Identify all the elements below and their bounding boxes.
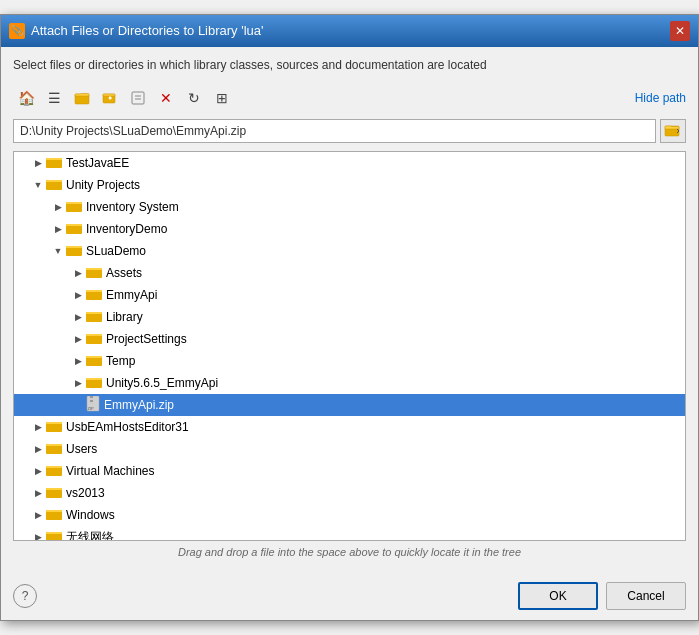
close-button[interactable]: ✕ bbox=[670, 21, 690, 41]
help-button[interactable]: ? bbox=[13, 584, 37, 608]
folder-icon bbox=[86, 265, 102, 282]
tree-item-unity565[interactable]: Unity5.6.5_EmmyApi bbox=[14, 372, 685, 394]
expander-sluademo[interactable] bbox=[50, 243, 66, 259]
svg-rect-20 bbox=[90, 400, 93, 402]
expander-chinese[interactable] bbox=[30, 529, 46, 541]
home-button[interactable]: 🏠 bbox=[13, 85, 39, 111]
tree-item-emmyapi-zip[interactable]: ZIPEmmyApi.zip bbox=[14, 394, 685, 416]
parent-folder-button[interactable] bbox=[97, 85, 123, 111]
list-view-button[interactable]: ☰ bbox=[41, 85, 67, 111]
expander-usbea[interactable] bbox=[30, 419, 46, 435]
expander-temp[interactable] bbox=[70, 353, 86, 369]
bottom-buttons: ? OK Cancel bbox=[1, 576, 698, 620]
expander-unity-projects[interactable] bbox=[30, 177, 46, 193]
tree-item-label-project-settings: ProjectSettings bbox=[106, 332, 187, 346]
expander-unity565[interactable] bbox=[70, 375, 86, 391]
parent-folder-icon bbox=[102, 90, 118, 106]
tree-item-label-emmyapi-folder: EmmyApi bbox=[106, 288, 157, 302]
tree-item-usbea[interactable]: UsbEAmHostsEditor31 bbox=[14, 416, 685, 438]
expander-inventory-demo[interactable] bbox=[50, 221, 66, 237]
expander-vs2013[interactable] bbox=[30, 485, 46, 501]
expander-emmyapi-zip[interactable] bbox=[70, 397, 86, 413]
folder-icon bbox=[86, 309, 102, 326]
drag-hint: Drag and drop a file into the space abov… bbox=[13, 541, 686, 566]
tree-item-label-windows: Windows bbox=[66, 508, 115, 522]
svg-rect-21 bbox=[90, 402, 93, 404]
tree-item-label-users: Users bbox=[66, 442, 97, 456]
svg-rect-18 bbox=[90, 396, 93, 398]
tree-item-label-temp: Temp bbox=[106, 354, 135, 368]
expander-testjavaee[interactable] bbox=[30, 155, 46, 171]
tree-item-chinese[interactable]: 无线网络 bbox=[14, 526, 685, 541]
folder-icon bbox=[46, 441, 62, 458]
folder-icon bbox=[86, 353, 102, 370]
attach-dialog: 📎 Attach Files or Directories to Library… bbox=[0, 14, 699, 622]
expander-users[interactable] bbox=[30, 441, 46, 457]
expander-assets[interactable] bbox=[70, 265, 86, 281]
file-tree[interactable]: TestJavaEEUnity ProjectsInventory System… bbox=[13, 151, 686, 541]
tree-item-label-vs2013: vs2013 bbox=[66, 486, 105, 500]
tree-item-label-sluademo: SLuaDemo bbox=[86, 244, 146, 258]
expander-virtual-machines[interactable] bbox=[30, 463, 46, 479]
tree-item-label-unity-projects: Unity Projects bbox=[66, 178, 140, 192]
new-folder-button[interactable] bbox=[69, 85, 95, 111]
tree-item-label-inventory-demo: InventoryDemo bbox=[86, 222, 167, 236]
dialog-title: Attach Files or Directories to Library '… bbox=[31, 23, 264, 38]
expander-project-settings[interactable] bbox=[70, 331, 86, 347]
tree-item-testjavaee[interactable]: TestJavaEE bbox=[14, 152, 685, 174]
edit-button[interactable] bbox=[125, 85, 151, 111]
folder-icon bbox=[46, 419, 62, 436]
dialog-content: Select files or directories in which lib… bbox=[1, 47, 698, 577]
title-bar: 📎 Attach Files or Directories to Library… bbox=[1, 15, 698, 47]
tree-item-virtual-machines[interactable]: Virtual Machines bbox=[14, 460, 685, 482]
tree-item-inventory-demo[interactable]: InventoryDemo bbox=[14, 218, 685, 240]
tree-item-label-virtual-machines: Virtual Machines bbox=[66, 464, 155, 478]
folder-icon bbox=[86, 287, 102, 304]
tree-item-assets[interactable]: Assets bbox=[14, 262, 685, 284]
tree-item-windows[interactable]: Windows bbox=[14, 504, 685, 526]
tree-item-vs2013[interactable]: vs2013 bbox=[14, 482, 685, 504]
svg-text:ZIP: ZIP bbox=[88, 406, 95, 411]
tree-item-label-library: Library bbox=[106, 310, 143, 324]
tree-item-project-settings[interactable]: ProjectSettings bbox=[14, 328, 685, 350]
expander-emmyapi-folder[interactable] bbox=[70, 287, 86, 303]
tree-item-emmyapi-folder[interactable]: EmmyApi bbox=[14, 284, 685, 306]
tree-item-sluademo[interactable]: SLuaDemo bbox=[14, 240, 685, 262]
description-text: Select files or directories in which lib… bbox=[13, 57, 686, 74]
expander-windows[interactable] bbox=[30, 507, 46, 523]
tree-item-label-inventory-system: Inventory System bbox=[86, 200, 179, 214]
browse-button[interactable] bbox=[660, 119, 686, 143]
tree-item-label-usbea: UsbEAmHostsEditor31 bbox=[66, 420, 189, 434]
cancel-button[interactable]: Cancel bbox=[606, 582, 686, 610]
path-input[interactable] bbox=[13, 119, 656, 143]
browse-icon bbox=[664, 122, 682, 140]
svg-rect-2 bbox=[132, 92, 144, 104]
tree-item-inventory-system[interactable]: Inventory System bbox=[14, 196, 685, 218]
tree-item-unity-projects[interactable]: Unity Projects bbox=[14, 174, 685, 196]
tree-item-label-testjavaee: TestJavaEE bbox=[66, 156, 129, 170]
folder-icon bbox=[46, 529, 62, 542]
tree-item-label-unity565: Unity5.6.5_EmmyApi bbox=[106, 376, 218, 390]
tree-item-users[interactable]: Users bbox=[14, 438, 685, 460]
tree-item-temp[interactable]: Temp bbox=[14, 350, 685, 372]
refresh-button[interactable]: ↻ bbox=[181, 85, 207, 111]
title-bar-left: 📎 Attach Files or Directories to Library… bbox=[9, 23, 264, 39]
expander-inventory-system[interactable] bbox=[50, 199, 66, 215]
svg-rect-19 bbox=[90, 398, 93, 400]
path-row bbox=[13, 119, 686, 143]
folder-icon bbox=[86, 331, 102, 348]
folder-icon bbox=[46, 177, 62, 194]
tree-item-label-emmyapi-zip: EmmyApi.zip bbox=[104, 398, 174, 412]
ok-button[interactable]: OK bbox=[518, 582, 598, 610]
delete-button[interactable]: ✕ bbox=[153, 85, 179, 111]
dialog-icon: 📎 bbox=[9, 23, 25, 39]
view-button[interactable]: ⊞ bbox=[209, 85, 235, 111]
toolbar: 🏠 ☰ bbox=[13, 83, 686, 113]
tree-item-library[interactable]: Library bbox=[14, 306, 685, 328]
folder-icon bbox=[86, 375, 102, 392]
expander-library[interactable] bbox=[70, 309, 86, 325]
new-folder-icon bbox=[74, 90, 90, 106]
hide-path-button[interactable]: Hide path bbox=[635, 91, 686, 105]
tree-item-label-chinese: 无线网络 bbox=[66, 529, 114, 542]
folder-icon bbox=[66, 243, 82, 260]
